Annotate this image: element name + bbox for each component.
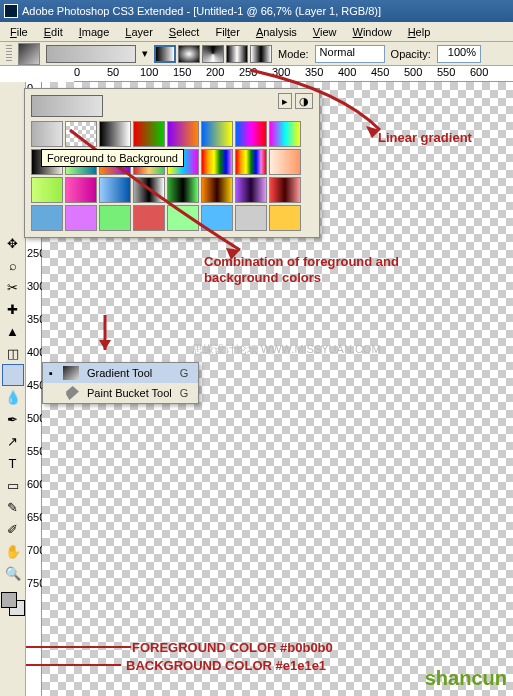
annotation-linear: Linear gradient <box>378 130 472 145</box>
menu-help[interactable]: Help <box>400 24 439 40</box>
menu-file[interactable]: FFileile <box>2 24 36 40</box>
title-bar: Adobe Photoshop CS3 Extended - [Untitled… <box>0 0 513 22</box>
menu-analysis[interactable]: Analysis <box>248 24 305 40</box>
flyout-label: Paint Bucket Tool <box>87 387 172 399</box>
menu-window[interactable]: Window <box>345 24 400 40</box>
gradient-swatch[interactable] <box>99 177 131 203</box>
watermark-cn: 思缘设计论坛 WWW.MISSYUAN.COM <box>192 342 381 357</box>
blur-tool[interactable]: 💧 <box>2 386 24 408</box>
gradient-type-group <box>154 45 272 63</box>
gradient-swatch[interactable] <box>201 177 233 203</box>
grip-icon <box>6 45 12 63</box>
menu-select[interactable]: Select <box>161 24 208 40</box>
annotation-bg: BACKGROUND COLOR #e1e1e1 <box>126 658 326 673</box>
gradient-swatch[interactable] <box>269 205 301 231</box>
menu-edit[interactable]: Edit <box>36 24 71 40</box>
gradient-swatch[interactable] <box>235 121 267 147</box>
gradient-swatch[interactable] <box>269 149 301 175</box>
reflected-gradient-button[interactable] <box>226 45 248 63</box>
hand-tool[interactable]: ✋ <box>2 540 24 562</box>
gradient-tooltip: Foreground to Background <box>41 149 184 167</box>
crop-tool[interactable]: ✂ <box>2 276 24 298</box>
menu-image[interactable]: Image <box>71 24 118 40</box>
gradient-swatch[interactable] <box>167 177 199 203</box>
gradient-swatch[interactable] <box>133 205 165 231</box>
notes-tool[interactable]: ✎ <box>2 496 24 518</box>
move-tool[interactable]: ✥ <box>2 232 24 254</box>
mode-label: Mode: <box>278 48 309 60</box>
zoom-tool[interactable]: 🔍 <box>2 562 24 584</box>
tool-flyout: ▪ Gradient Tool G Paint Bucket Tool G <box>42 362 199 404</box>
toolbox: ✥ ⌕ ✂ ✚ ▲ ◫ 💧 ✒ ↗ T ▭ ✎ ✐ ✋ 🔍 <box>0 82 26 696</box>
flyout-gradient-tool[interactable]: ▪ Gradient Tool G <box>43 363 198 383</box>
horizontal-ruler: 050100150200250300350400450500550600 <box>74 66 513 82</box>
gradient-large-preview[interactable] <box>31 95 103 117</box>
lasso-tool[interactable]: ⌕ <box>2 254 24 276</box>
path-tool[interactable]: ↗ <box>2 430 24 452</box>
menu-view[interactable]: View <box>305 24 345 40</box>
heal-tool[interactable]: ✚ <box>2 298 24 320</box>
shortcut-key: G <box>180 387 189 399</box>
mode-select[interactable]: Normal <box>315 45 385 63</box>
gradient-swatch[interactable] <box>167 121 199 147</box>
watermark-brand: shancun <box>425 667 507 690</box>
picker-menu-icon[interactable]: ▸ <box>278 93 292 109</box>
eraser-tool[interactable]: ◫ <box>2 342 24 364</box>
opacity-label: Opacity: <box>391 48 431 60</box>
gradient-swatch[interactable] <box>269 177 301 203</box>
stamp-tool[interactable]: ▲ <box>2 320 24 342</box>
options-bar: ▾ Mode: Normal Opacity: 100% <box>0 42 513 66</box>
app-icon <box>4 4 18 18</box>
gradient-swatch[interactable] <box>65 205 97 231</box>
menu-bar: FFileile Edit Image Layer Select Filter … <box>0 22 513 42</box>
bucket-icon <box>63 386 79 400</box>
dropdown-icon[interactable]: ▾ <box>142 47 148 60</box>
pen-tool[interactable]: ✒ <box>2 408 24 430</box>
type-tool[interactable]: T <box>2 452 24 474</box>
gradient-swatch[interactable] <box>235 205 267 231</box>
angle-gradient-button[interactable] <box>202 45 224 63</box>
annotation-fg: FOREGROUND COLOR #b0b0b0 <box>132 640 333 655</box>
flyout-paint-bucket-tool[interactable]: Paint Bucket Tool G <box>43 383 198 403</box>
gradient-swatch[interactable] <box>201 121 233 147</box>
gradient-swatch[interactable] <box>99 121 131 147</box>
gradient-tool[interactable] <box>2 364 24 386</box>
gradient-swatch[interactable] <box>133 121 165 147</box>
gradient-swatch[interactable] <box>201 149 233 175</box>
annotation-combo: Combination of foreground and background… <box>204 254 424 285</box>
linear-gradient-button[interactable] <box>154 45 176 63</box>
gradient-swatch[interactable] <box>65 177 97 203</box>
gradient-swatch[interactable] <box>269 121 301 147</box>
menu-layer[interactable]: Layer <box>117 24 161 40</box>
color-swatches <box>1 592 25 616</box>
gradient-preview[interactable] <box>46 45 136 63</box>
menu-filter[interactable]: Filter <box>207 24 247 40</box>
gradient-swatch[interactable] <box>201 205 233 231</box>
gradient-icon <box>63 366 79 380</box>
gradient-picker-panel: ▸ ◑ Foreground to Background <box>24 88 320 238</box>
gradient-swatch-grid <box>31 121 313 231</box>
gradient-swatch[interactable] <box>65 121 97 147</box>
gradient-swatch[interactable] <box>235 149 267 175</box>
opacity-input[interactable]: 100% <box>437 45 481 63</box>
radial-gradient-button[interactable] <box>178 45 200 63</box>
shortcut-key: G <box>180 367 189 379</box>
gradient-swatch[interactable] <box>133 177 165 203</box>
gradient-swatch[interactable] <box>31 121 63 147</box>
diamond-gradient-button[interactable] <box>250 45 272 63</box>
shape-tool[interactable]: ▭ <box>2 474 24 496</box>
window-title: Adobe Photoshop CS3 Extended - [Untitled… <box>22 5 381 17</box>
gradient-swatch[interactable] <box>31 177 63 203</box>
current-tool-icon[interactable] <box>18 43 40 65</box>
eyedropper-tool[interactable]: ✐ <box>2 518 24 540</box>
picker-options-icon[interactable]: ◑ <box>295 93 313 109</box>
gradient-swatch[interactable] <box>235 177 267 203</box>
gradient-swatch[interactable] <box>31 205 63 231</box>
gradient-swatch[interactable] <box>167 205 199 231</box>
flyout-label: Gradient Tool <box>87 367 152 379</box>
foreground-swatch[interactable] <box>1 592 17 608</box>
gradient-swatch[interactable] <box>99 205 131 231</box>
